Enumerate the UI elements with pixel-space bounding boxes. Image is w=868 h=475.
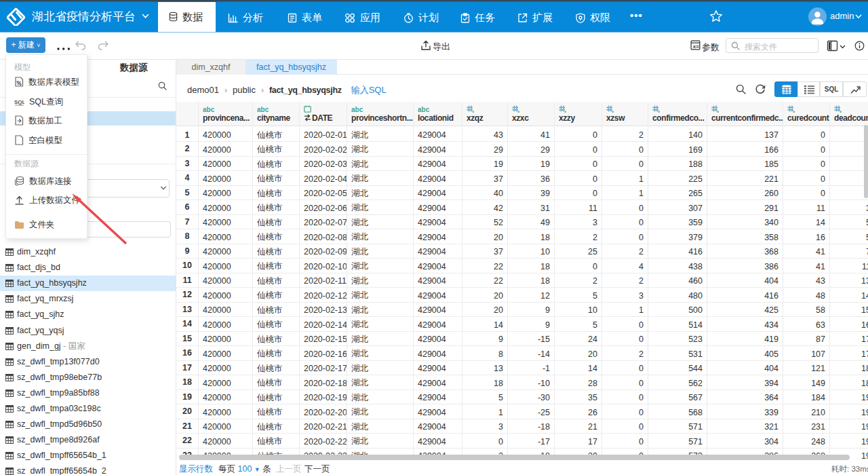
svg-text:x=: x=	[693, 43, 699, 50]
svg-text:SQL: SQL	[14, 99, 24, 105]
